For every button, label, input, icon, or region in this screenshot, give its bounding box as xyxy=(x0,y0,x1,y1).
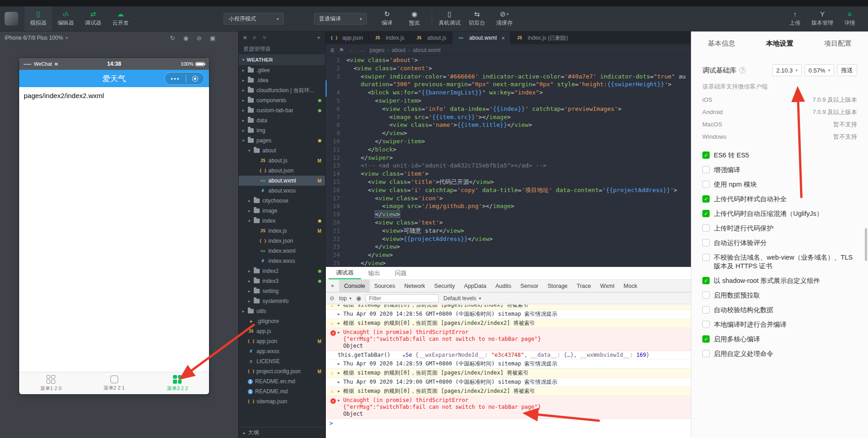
tree-item[interactable]: ≡LICENSE xyxy=(239,356,325,366)
close-miniprogram-icon[interactable] xyxy=(186,76,204,82)
setting-option[interactable]: 上传时进行代码保护 xyxy=(702,224,857,233)
devtools-tab-network[interactable]: Network xyxy=(400,280,430,292)
breadcrumb-segment[interactable]: pages xyxy=(370,47,385,53)
tree-item[interactable]: ▸img xyxy=(239,125,325,136)
tree-item[interactable]: { }app.jsonM xyxy=(239,336,325,346)
editor-tab[interactable]: JS about.js xyxy=(410,31,452,44)
inspect-icon[interactable]: ⌖ xyxy=(326,280,340,292)
tree-item[interactable]: ▾about xyxy=(239,146,325,156)
console-warning-row[interactable]: ⚠ ▶ 根据 sitemap 的规则[0]，当前页面 [pages/index/… xyxy=(326,305,691,310)
expand-arrow-icon[interactable]: ▶ xyxy=(338,330,343,334)
expand-arrow-icon[interactable]: ▶ xyxy=(338,312,343,316)
project-avatar[interactable] xyxy=(5,12,18,26)
tree-item[interactable]: ▸.gitee xyxy=(239,65,325,75)
outline-section[interactable]: ▸ 大纲 xyxy=(239,427,325,438)
console-warning-row[interactable]: ⚠ ▶ 根据 sitemap 的规则[0]，当前页面 [pages/index2… xyxy=(326,319,691,328)
eye-icon[interactable]: ◉ xyxy=(356,295,361,302)
expand-arrow-icon[interactable]: ▶ xyxy=(338,371,343,375)
tree-item[interactable]: JSindex.jsM xyxy=(239,226,325,236)
checkbox[interactable]: ✓ xyxy=(702,277,710,284)
devtools-tab-appdata[interactable]: AppData xyxy=(460,280,491,292)
debugger-tab[interactable]: 调试器 xyxy=(329,267,361,279)
tree-item[interactable]: ▸.idea xyxy=(239,75,325,85)
tree-item[interactable]: ▸cloudfunction | 当前环... xyxy=(239,85,325,95)
bookmark-icon[interactable]: ⚑ xyxy=(339,47,344,53)
expand-arrow-icon[interactable]: ▶ xyxy=(338,389,343,393)
toolbar-button-background[interactable]: ⇆ 切后台 xyxy=(463,6,491,31)
console-eval-row[interactable]: this.getTabBar() ▶Se {__wxExparserNodeId… xyxy=(326,351,691,360)
back-icon[interactable]: ← xyxy=(349,47,355,53)
phone-tab[interactable]: 菜单2 2 1 xyxy=(83,372,146,394)
expand-arrow-icon[interactable]: ▶ xyxy=(338,321,343,325)
object-link[interactable]: Object xyxy=(343,411,541,417)
checkbox[interactable] xyxy=(702,306,710,313)
tree-item[interactable]: #app.wxss xyxy=(239,346,325,356)
expand-arrow-icon[interactable]: ▶ xyxy=(338,380,343,384)
debugger-tab[interactable]: 问题 xyxy=(387,267,414,279)
tree-item[interactable]: ▾index xyxy=(239,216,325,226)
tree-item[interactable]: <>about.wxmlM xyxy=(239,176,325,186)
git-branch-icon[interactable]: ⑂ xyxy=(263,34,267,41)
tree-item[interactable]: ▸setting xyxy=(239,286,325,296)
setting-option[interactable]: 启用数据预拉取 xyxy=(702,291,857,300)
list-icon[interactable]: ≣ xyxy=(330,47,335,53)
checkbox[interactable] xyxy=(702,239,710,246)
tree-item[interactable]: ▸custom-tab-bar xyxy=(239,105,325,115)
search-icon[interactable]: ⌕ xyxy=(253,34,256,41)
console-log-row[interactable]: ▶ Thu Apr 09 2020 14:29:00 GMT+0800 (中国标… xyxy=(326,378,691,387)
tree-item[interactable]: #about.wxss xyxy=(239,186,325,196)
context-select[interactable]: top ▾ xyxy=(339,295,351,302)
toolbar-button-version[interactable]: Y 版本管理 xyxy=(809,6,836,31)
devtools-tab-wxml[interactable]: Wxml xyxy=(596,280,619,292)
phone-tab[interactable]: 菜单3 2 2 xyxy=(146,372,209,394)
setting-option[interactable]: 本地编译时进行合并编译 xyxy=(702,320,857,329)
toolbar-button-editor[interactable]: ‹/› 编辑器 xyxy=(52,6,79,31)
push-button[interactable]: 推送 xyxy=(837,64,857,76)
setting-option[interactable]: ✓ 上传代码时自动压缩混淆（UglifyJs） xyxy=(702,209,857,218)
devtools-tab-console[interactable]: Console xyxy=(340,280,370,292)
console-log-row[interactable]: ▶ Thu Apr 09 2020 14:28:59 GMT+0800 (中国标… xyxy=(326,360,691,369)
setting-option[interactable]: 使用 npm 模块 xyxy=(702,180,857,189)
wechat-capsule[interactable]: ●●● xyxy=(164,72,204,85)
object-link[interactable]: Object xyxy=(343,343,541,349)
console-error-row[interactable]: × ▶ Uncaught (in promise) thirdScriptErr… xyxy=(326,328,691,351)
scrollbar[interactable] xyxy=(865,228,867,261)
tree-item[interactable]: { }about.json xyxy=(239,166,325,176)
compile-mode-select[interactable]: 普通编译 ▾ xyxy=(314,13,367,25)
clear-console-icon[interactable]: ⊘ xyxy=(329,295,335,302)
toolbar-button-real-device[interactable]: ▯ 真机调试 xyxy=(436,6,463,31)
toolbar-button-cloud-dev[interactable]: ☁ 云开发 xyxy=(107,6,134,31)
tree-item[interactable]: ▸data xyxy=(239,115,325,125)
mute-icon[interactable]: ⊘ xyxy=(197,35,202,42)
record-icon[interactable]: ◉ xyxy=(183,35,188,42)
tree-item[interactable]: ▸index3 xyxy=(239,276,325,286)
tree-item[interactable]: { }project.config.jsonM xyxy=(239,366,325,376)
console-log-stream[interactable]: ⚠ ▶ 根据 sitemap 的规则[0]，当前页面 [pages/index/… xyxy=(326,305,691,438)
debugger-tab[interactable]: 输出 xyxy=(361,267,387,279)
checkbox[interactable] xyxy=(702,166,710,173)
toolbar-button-preview[interactable]: ◉ 预览 xyxy=(401,6,428,31)
project-root-item[interactable]: ▾ WEATHER xyxy=(239,54,325,65)
expand-arrow-icon[interactable]: ▶ xyxy=(338,305,343,307)
phone-tab[interactable]: 菜单1 2 0 xyxy=(19,372,83,394)
expand-arrow-icon[interactable]: ▶ xyxy=(338,362,343,366)
setting-option[interactable]: 自动运行体验评分 xyxy=(702,239,857,247)
editor-tab[interactable]: { } app.json xyxy=(325,31,369,44)
tree-item[interactable]: #index.wxss xyxy=(239,256,325,266)
toolbar-button-compile[interactable]: ↻ 编译 xyxy=(373,6,401,31)
checkbox[interactable]: ✓ xyxy=(702,151,710,159)
code-area[interactable]: 1<view class='about'>2 <view class='cont… xyxy=(325,56,691,267)
checkbox[interactable] xyxy=(702,350,710,357)
checkbox[interactable] xyxy=(702,181,710,188)
coverage-select[interactable]: 0.57% ▾ xyxy=(805,64,834,76)
checkbox[interactable]: ✓ xyxy=(702,210,710,217)
levels-select[interactable]: Default levels ▾ xyxy=(443,295,481,302)
checkbox[interactable] xyxy=(702,224,710,232)
editor-tab[interactable]: JS index.js xyxy=(369,31,410,44)
console-error-row[interactable]: × ▶ Uncaught (in promise) thirdScriptErr… xyxy=(326,396,691,419)
toolbar-button-details[interactable]: ≡ 详情 xyxy=(836,6,863,31)
checkbox[interactable]: ✓ xyxy=(702,195,710,203)
setting-option[interactable]: ✓ ES6 转 ES5 xyxy=(702,151,857,160)
tree-item[interactable]: <>index.wxml xyxy=(239,246,325,256)
console-warning-row[interactable]: ⚠ ▶ 根据 sitemap 的规则[0]，当前页面 [pages/index/… xyxy=(326,369,691,378)
